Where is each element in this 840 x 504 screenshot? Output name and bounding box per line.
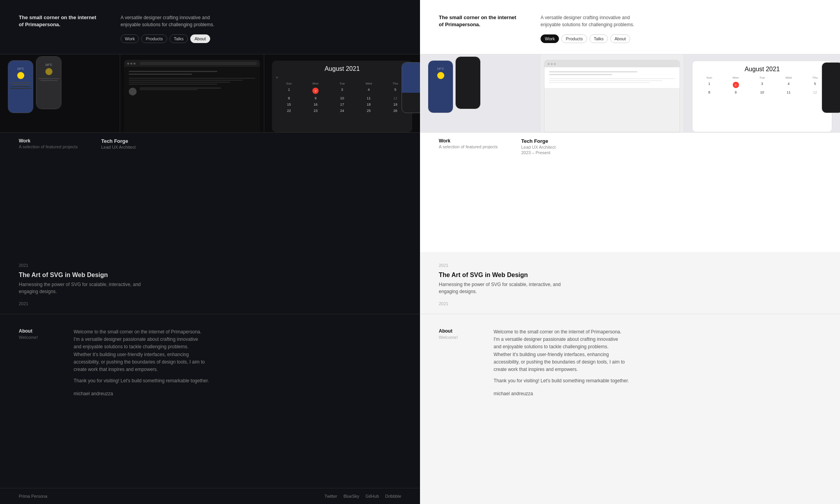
nav-about-dark-active[interactable]: About — [190, 34, 210, 43]
sep-dark — [0, 314, 420, 314]
work-project-year-light: 2023 – Present — [521, 150, 555, 155]
nav-dark: Work Products Talks About — [121, 34, 401, 43]
work-sublabel-light: A selection of featured projects — [439, 144, 498, 149]
quadrant-bottom-left: 2021 The Art of SVG in Web Design Harnes… — [0, 252, 420, 504]
nav-light: Work Products Talks About — [541, 34, 821, 43]
header-right-light: A versatile designer crafting innovative… — [541, 14, 821, 43]
blog-section-light: 2021 The Art of SVG in Web Design Harnes… — [420, 252, 840, 306]
blog-title-light: The Art of SVG in Web Design — [439, 272, 821, 279]
header-right: A versatile designer crafting innovative… — [121, 14, 401, 43]
nav-work-dark[interactable]: Work — [121, 34, 139, 43]
about-right-dark: Welcome to the small corner on the inter… — [74, 328, 401, 396]
phone-2-light — [455, 56, 481, 109]
work-label-dark: Work — [19, 138, 78, 144]
about-welcome-light: Welcome! — [439, 335, 494, 340]
header-left: The small corner on the internet of Prim… — [19, 14, 97, 28]
about-bio-dark: Welcome to the small corner on the inter… — [74, 328, 207, 373]
blog-year-light: 2021 — [439, 263, 821, 268]
work-project-name-light: Tech Forge — [521, 138, 555, 144]
about-left-dark: About Welcome! — [19, 328, 74, 396]
work-section-light: Work A selection of featured projects Te… — [420, 132, 840, 160]
about-bio-light: Welcome to the small corner on the inter… — [494, 328, 627, 373]
phone-1: 18°C — [8, 60, 33, 113]
blog-year2-dark: 2021 — [19, 301, 401, 306]
portfolio-cell-2-light — [540, 54, 684, 132]
quadrant-top-left: The small corner on the internet of Prim… — [0, 0, 420, 252]
blog-desc-dark: Harnessing the power of SVG for scalable… — [19, 281, 144, 295]
footer-github-dark[interactable]: GitHub — [366, 494, 379, 499]
footer-brand-dark: Prima Persona — [19, 494, 47, 499]
portfolio-cell-3-dark: August 2021 <> Sun Mon Tue Wed Thu 1 2 — [264, 54, 420, 132]
portfolio-cell-1-light: 18°C — [420, 54, 540, 132]
quadrant-top-right: The small corner on the internet of Prim… — [420, 0, 840, 252]
footer-bluesky-dark[interactable]: BlueSky — [343, 494, 359, 499]
header-dark: The small corner on the internet of Prim… — [0, 0, 420, 54]
nav-talks-dark[interactable]: Talks — [169, 34, 188, 43]
nav-talks-light[interactable]: Talks — [589, 34, 608, 43]
blog-section-dark: 2021 The Art of SVG in Web Design Harnes… — [0, 252, 420, 306]
work-section-dark: Work A selection of featured projects Te… — [0, 132, 420, 155]
about-label-light: About — [439, 328, 494, 334]
partial-phone — [402, 62, 420, 113]
work-project-role-light: Lead UX Architect — [521, 145, 555, 149]
phone-1-light: 18°C — [428, 60, 453, 113]
nav-products-dark[interactable]: Products — [141, 34, 167, 43]
work-left-light: Work A selection of featured projects — [439, 138, 498, 155]
footer-twitter-dark[interactable]: Twitter — [324, 494, 337, 499]
work-project-light: Tech Forge Lead UX Architect 2023 – Pres… — [521, 138, 555, 155]
quadrant-bottom-right: 2021 The Art of SVG in Web Design Harnes… — [420, 252, 840, 504]
about-welcome-dark: Welcome! — [19, 335, 74, 340]
work-project-dark: Tech Forge Lead UX Architect — [101, 138, 135, 149]
header-light: The small corner on the internet of Prim… — [420, 0, 840, 54]
work-label-light: Work — [439, 138, 498, 144]
nav-about-light[interactable]: About — [610, 34, 630, 43]
site-desc-light: A versatile designer crafting innovative… — [541, 14, 650, 28]
work-sublabel-dark: A selection of featured projects — [19, 144, 78, 149]
about-thanks-dark: Thank you for visiting! Let's build some… — [74, 377, 401, 385]
site-tagline-light: The small corner on the internet of Prim… — [439, 14, 517, 28]
site-tagline-dark: The small corner on the internet of Prim… — [19, 14, 97, 28]
footer-dark: Prima Persona Twitter BlueSky GitHub Dri… — [0, 488, 420, 504]
portfolio-cell-3-light: August 2021 Sun Mon Tue Wed Thu 1 2 3 4 … — [684, 54, 840, 132]
about-section-dark: About Welcome! Welcome to the small corn… — [0, 322, 420, 403]
about-author-dark: michael andreuzza — [74, 391, 401, 396]
work-project-name-dark: Tech Forge — [101, 138, 135, 144]
portfolio-cell-1-dark: 18°C 18°C — [0, 54, 120, 132]
footer-links-dark: Twitter BlueSky GitHub Dribbble — [324, 494, 401, 499]
partial-phone-light — [822, 62, 840, 113]
work-project-role-dark: Lead UX Architect — [101, 145, 135, 149]
portfolio-grid-dark: 18°C 18°C — [0, 54, 420, 132]
about-label-dark: About — [19, 328, 74, 334]
site-description-dark: A versatile designer crafting innovative… — [121, 14, 230, 28]
portfolio-grid-light: 18°C — [420, 54, 840, 132]
blog-year2-light: 2021 — [439, 301, 821, 306]
phone-2: 18°C — [36, 56, 61, 109]
blog-year-dark: 2021 — [19, 263, 401, 268]
work-left-dark: Work A selection of featured projects — [19, 138, 78, 149]
nav-work-light-active[interactable]: Work — [541, 34, 559, 43]
about-thanks-light: Thank you for visiting! Let's build some… — [494, 377, 821, 385]
about-section-light: About Welcome! Welcome to the small corn… — [420, 322, 840, 403]
blog-desc-light: Harnessing the power of SVG for scalable… — [439, 281, 564, 295]
nav-products-light[interactable]: Products — [561, 34, 587, 43]
about-right-light: Welcome to the small corner on the inter… — [494, 328, 821, 396]
portfolio-cell-2-dark — [120, 54, 264, 132]
about-author-light: michael andreuzza — [494, 391, 821, 396]
footer-dribbble-dark[interactable]: Dribbble — [385, 494, 401, 499]
about-left-light: About Welcome! — [439, 328, 494, 396]
sep-light — [420, 314, 840, 314]
header-left-light: The small corner on the internet of Prim… — [439, 14, 517, 28]
blog-title-dark: The Art of SVG in Web Design — [19, 272, 401, 279]
